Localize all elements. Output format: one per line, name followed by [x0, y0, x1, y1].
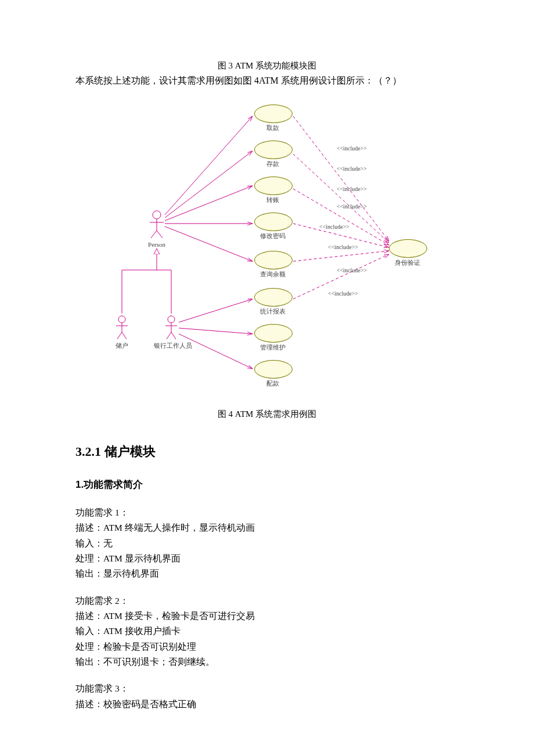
svg-line-23: [165, 186, 252, 221]
requirement-3: 功能需求 3： 描述：校验密码是否格式正确: [75, 681, 459, 712]
req3-title: 功能需求 3：: [75, 681, 459, 696]
usecase-maintain: [254, 324, 293, 343]
svg-line-25: [165, 226, 252, 261]
usecase-maintain-label: 管理维护: [250, 343, 296, 352]
requirement-2: 功能需求 2： 描述：ATM 接受卡，检验卡是否可进行交易 输入：ATM 接收用…: [75, 593, 459, 670]
svg-line-27: [179, 328, 252, 334]
usecase-deposit-label: 存款: [250, 160, 296, 168]
include-label-5: <<include>>: [319, 224, 349, 230]
usecase-diagram: 取款 存款 转账 修改密码 查询余额 统计报表 管理维护 配款 身份验证 <<i…: [104, 99, 430, 406]
svg-line-29: [293, 116, 389, 241]
req1-output: 输出：显示待机界面: [75, 566, 459, 581]
svg-line-3: [151, 231, 157, 238]
include-label-6: <<include>>: [328, 244, 358, 250]
include-label-1: <<include>>: [337, 145, 367, 152]
usecase-transfer-label: 转账: [250, 196, 296, 204]
section-heading-req: 1.功能需求简介: [75, 478, 459, 491]
usecase-report-label: 统计报表: [250, 307, 296, 316]
usecase-report: [254, 288, 293, 307]
include-label-8: <<include>>: [328, 290, 358, 297]
intro-text: 本系统按上述功能，设计其需求用例图如图 4ATM 系统用例设计图所示：（？）: [75, 75, 459, 87]
req1-input: 输入：无: [75, 536, 459, 551]
svg-line-4: [157, 231, 163, 238]
req1-process: 处理：ATM 显示待机界面: [75, 551, 459, 566]
req2-title: 功能需求 2：: [75, 593, 459, 609]
req1-desc: 描述：ATM 终端无人操作时，显示待机动画: [75, 520, 459, 535]
include-label-7: <<include>>: [337, 267, 367, 273]
svg-line-8: [117, 332, 122, 339]
req2-process: 处理：检验卡是否可识别处理: [75, 639, 459, 654]
section-heading-321: 3.2.1 储户模块: [75, 443, 459, 460]
svg-line-33: [293, 251, 389, 261]
include-label-4: <<include>>: [337, 203, 367, 210]
usecase-transfer: [254, 177, 293, 195]
req2-input: 输入：ATM 接收用户插卡: [75, 624, 459, 639]
svg-line-14: [171, 332, 176, 339]
usecase-balance: [254, 251, 293, 269]
usecase-deposit: [254, 141, 293, 159]
actor-staff-label: 银行工作人员: [150, 341, 196, 350]
include-label-2: <<include>>: [337, 165, 367, 172]
svg-line-31: [293, 189, 389, 245]
include-label-3: <<include>>: [337, 186, 367, 192]
usecase-withdraw-label: 取款: [250, 124, 296, 132]
req1-title: 功能需求 1：: [75, 505, 459, 520]
usecase-changepw-label: 修改密码: [250, 232, 296, 240]
svg-point-5: [118, 316, 125, 323]
svg-line-26: [179, 299, 252, 322]
req2-desc: 描述：ATM 接受卡，检验卡是否可进行交易: [75, 609, 459, 624]
figure4-caption: 图 4 ATM 系统需求用例图: [75, 409, 459, 420]
svg-line-22: [165, 151, 252, 218]
usecase-auth: [389, 239, 427, 258]
usecase-changepw: [254, 213, 293, 231]
svg-line-9: [122, 332, 127, 339]
svg-line-13: [167, 332, 171, 339]
svg-point-0: [153, 211, 161, 219]
svg-line-21: [165, 116, 252, 215]
svg-point-10: [168, 316, 175, 323]
svg-line-28: [179, 334, 252, 369]
usecase-cash-label: 配款: [250, 379, 296, 388]
usecase-auth-label: 身份验证: [384, 258, 431, 267]
usecase-withdraw: [254, 105, 293, 123]
figure3-caption: 图 3 ATM 系统功能模块图: [75, 60, 459, 71]
actor-person-label: Person: [145, 241, 168, 248]
req2-output: 输出：不可识别退卡；否则继续。: [75, 654, 459, 669]
requirement-1: 功能需求 1： 描述：ATM 终端无人操作时，显示待机动画 输入：无 处理：AT…: [75, 505, 459, 582]
actor-customer-label: 储户: [111, 341, 132, 350]
usecase-cash: [254, 360, 293, 379]
req3-desc: 描述：校验密码是否格式正确: [75, 697, 459, 712]
usecase-balance-label: 查询余额: [250, 270, 296, 279]
